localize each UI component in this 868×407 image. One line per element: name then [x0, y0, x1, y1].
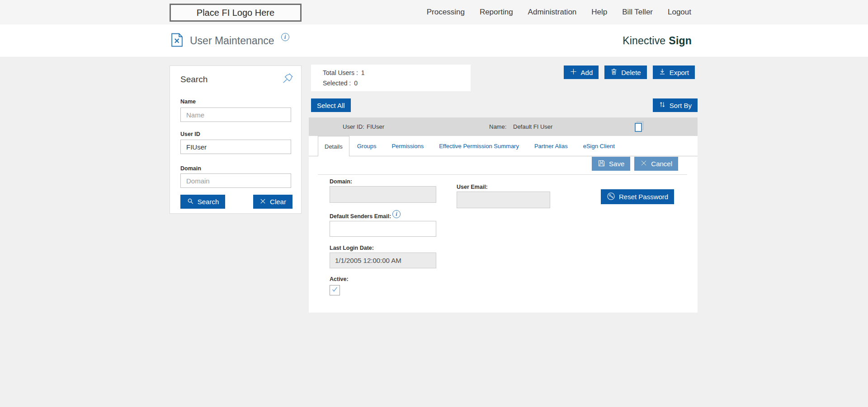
- default-senders-email-label: Default Senders Email:: [330, 213, 391, 220]
- save-floppy-icon: [598, 159, 605, 168]
- name-input[interactable]: [180, 108, 291, 122]
- trash-icon: [610, 68, 618, 77]
- active-label: Active:: [330, 276, 349, 282]
- domain-input[interactable]: [180, 173, 291, 188]
- user-maintenance-page-icon: [171, 33, 183, 49]
- cancel-x-icon: [640, 159, 647, 168]
- tab-effective-permission-summary[interactable]: Effective Permission Summary: [431, 136, 527, 156]
- brand-product: Sign: [669, 35, 692, 47]
- search-panel: Search Name User ID Domain Search Clear: [170, 65, 302, 214]
- total-users-count: Total Users : 1: [323, 69, 365, 76]
- user-detail-panel: User ID: FIUser Name: Default FI User De…: [309, 117, 698, 313]
- select-all-button[interactable]: Select All: [311, 98, 351, 112]
- tab-permissions[interactable]: Permissions: [384, 136, 431, 156]
- selected-count: Selected : 0: [323, 80, 358, 87]
- pin-icon[interactable]: [281, 71, 295, 85]
- form-divider: [318, 174, 687, 175]
- brand-name: Kinective: [623, 35, 665, 47]
- sort-arrows-icon: [659, 101, 666, 110]
- key-icon: [607, 192, 615, 202]
- name-field-label: Name:: [489, 123, 506, 130]
- nav-user-bill-teller[interactable]: Bill Teller: [622, 8, 653, 17]
- page-header: User Maintenance i Kinective Sign: [0, 24, 868, 57]
- copy-user-icon[interactable]: [632, 120, 646, 134]
- user-counts-card: Total Users : 1 Selected : 0: [311, 65, 471, 91]
- download-icon: [659, 68, 666, 77]
- name-label: Name: [180, 98, 196, 105]
- export-button[interactable]: Export: [653, 65, 695, 79]
- default-senders-email-info-icon[interactable]: i: [392, 210, 401, 218]
- clear-button[interactable]: Clear: [253, 195, 292, 209]
- nav-logout[interactable]: Logout: [668, 8, 691, 17]
- clear-x-icon: [259, 198, 266, 206]
- search-panel-title: Search: [180, 75, 208, 84]
- nav-reporting[interactable]: Reporting: [480, 8, 513, 17]
- nav-help[interactable]: Help: [591, 8, 607, 17]
- domain-label: Domain: [180, 165, 201, 172]
- search-button[interactable]: Search: [180, 195, 225, 209]
- user-id-value: FIUser: [367, 123, 384, 130]
- crud-toolbar: Add Delete Export: [564, 65, 695, 79]
- fi-logo-placeholder[interactable]: Place FI Logo Here: [170, 4, 302, 22]
- checkmark-icon: [331, 285, 339, 295]
- tab-groups[interactable]: Groups: [349, 136, 384, 156]
- search-icon: [187, 197, 194, 206]
- name-value: Default FI User: [513, 123, 552, 130]
- delete-button[interactable]: Delete: [604, 65, 646, 79]
- add-button[interactable]: Add: [564, 65, 599, 79]
- top-bar: Place FI Logo Here Processing Reporting …: [0, 0, 868, 24]
- save-cancel-toolbar: Save Cancel: [592, 157, 678, 171]
- tab-partner-alias[interactable]: Partner Alias: [527, 136, 576, 156]
- active-checkbox[interactable]: [330, 285, 340, 295]
- reset-password-button[interactable]: Reset Password: [601, 189, 674, 204]
- detail-tabs: Details Groups Permissions Effective Per…: [309, 136, 698, 156]
- save-button[interactable]: Save: [592, 157, 630, 171]
- default-senders-email-input[interactable]: [330, 221, 436, 237]
- user-email-input: [457, 192, 550, 208]
- user-id-field-label: User ID:: [343, 123, 364, 130]
- user-id-label: User ID: [180, 131, 200, 137]
- domain-field-input: [330, 186, 436, 203]
- fi-logo-text: Place FI Logo Here: [197, 8, 274, 18]
- user-email-label: User Email:: [457, 184, 488, 190]
- tab-details[interactable]: Details: [318, 136, 349, 156]
- nav-administration[interactable]: Administration: [528, 8, 577, 17]
- page-title: User Maintenance: [190, 35, 274, 47]
- user-row[interactable]: User ID: FIUser Name: Default FI User: [309, 117, 698, 136]
- cancel-button[interactable]: Cancel: [634, 157, 678, 171]
- domain-field-label: Domain:: [330, 178, 352, 185]
- nav-processing[interactable]: Processing: [427, 8, 465, 17]
- page-info-icon[interactable]: i: [281, 33, 289, 42]
- top-navigation: Processing Reporting Administration Help…: [427, 0, 691, 24]
- brand-logo: Kinective Sign: [623, 24, 692, 57]
- tab-esign-client[interactable]: eSign Client: [576, 136, 623, 156]
- last-login-date-input: [330, 253, 436, 268]
- user-id-input[interactable]: [180, 140, 291, 154]
- last-login-date-label: Last Login Date:: [330, 245, 374, 251]
- plus-icon: [570, 68, 577, 77]
- sort-by-button[interactable]: Sort By: [653, 98, 698, 112]
